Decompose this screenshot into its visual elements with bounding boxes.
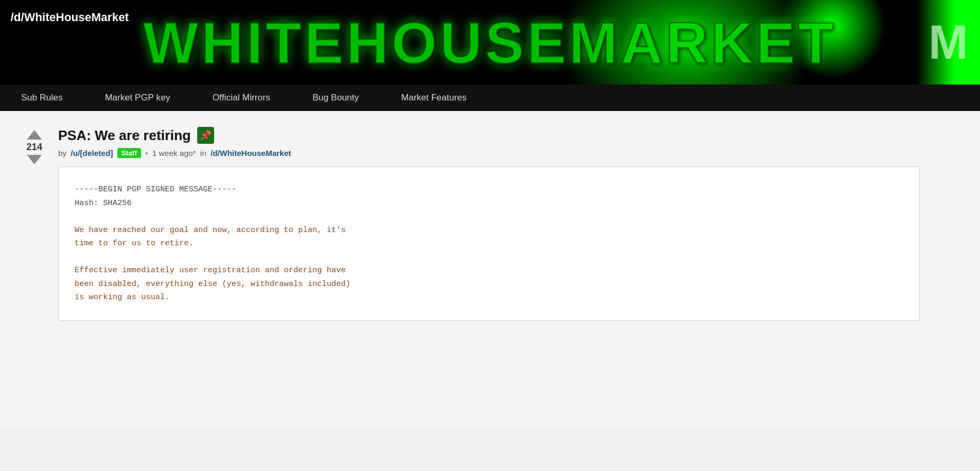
nav-item-sub-rules[interactable]: Sub Rules xyxy=(21,90,62,105)
post-meta: by /u/[deleted] Staff • 1 week ago* in /… xyxy=(58,148,920,158)
pgp-line-2: Hash: SHA256 xyxy=(75,197,903,210)
pgp-line-9: is working as usual. xyxy=(75,291,903,304)
dot-separator: • xyxy=(145,149,148,158)
post-title: PSA: We are retiring xyxy=(58,127,191,144)
nav-item-bug-bounty[interactable]: Bug Bounty xyxy=(312,90,359,105)
nav-item-official-mirrors[interactable]: Official Mirrors xyxy=(212,90,270,105)
post-title-row: PSA: We are retiring 📌 xyxy=(58,127,920,144)
post-container: 214 PSA: We are retiring 📌 by /u/[delete… xyxy=(21,127,920,321)
subreddit-link[interactable]: /d/WhiteHouseMarket xyxy=(210,149,291,158)
header-path: /d/WhiteHouseMarket xyxy=(11,11,129,24)
market-big-text: WhiteHouseMarket xyxy=(143,9,837,76)
pgp-line-1: -----BEGIN PGP SIGNED MESSAGE----- xyxy=(75,183,903,197)
vote-down-button[interactable] xyxy=(27,155,42,164)
staff-badge: Staff xyxy=(117,148,141,158)
nav-bar: Sub Rules Market PGP key Official Mirror… xyxy=(0,85,980,111)
header-banner: WhiteHouseMarket /d/WhiteHouseMarket M xyxy=(0,0,980,85)
vote-count: 214 xyxy=(26,142,42,153)
by-label: by xyxy=(58,149,67,158)
vote-up-button[interactable] xyxy=(27,130,42,140)
pin-icon: 📌 xyxy=(197,127,214,144)
pgp-line-5: time to for us to retire. xyxy=(75,237,903,251)
pgp-line-8: been disabled, everything else (yes, wit… xyxy=(75,278,903,291)
pgp-message-box: -----BEGIN PGP SIGNED MESSAGE----- Hash:… xyxy=(58,167,920,321)
pgp-line-4: We have reached our goal and now, accord… xyxy=(75,224,903,237)
nav-item-market-pgp-key[interactable]: Market PGP key xyxy=(105,90,170,105)
post-time: 1 week ago* xyxy=(152,149,196,158)
post-body: PSA: We are retiring 📌 by /u/[deleted] S… xyxy=(58,127,920,321)
main-content: 214 PSA: We are retiring 📌 by /u/[delete… xyxy=(0,111,980,428)
nav-item-market-features[interactable]: Market Features xyxy=(401,90,467,105)
market-title-bg: WhiteHouseMarket xyxy=(0,0,980,85)
vote-section: 214 xyxy=(21,127,48,164)
pgp-line-7: Effective immediately user registration … xyxy=(75,264,903,278)
in-label: in xyxy=(200,149,207,158)
author-link[interactable]: /u/[deleted] xyxy=(71,149,113,158)
